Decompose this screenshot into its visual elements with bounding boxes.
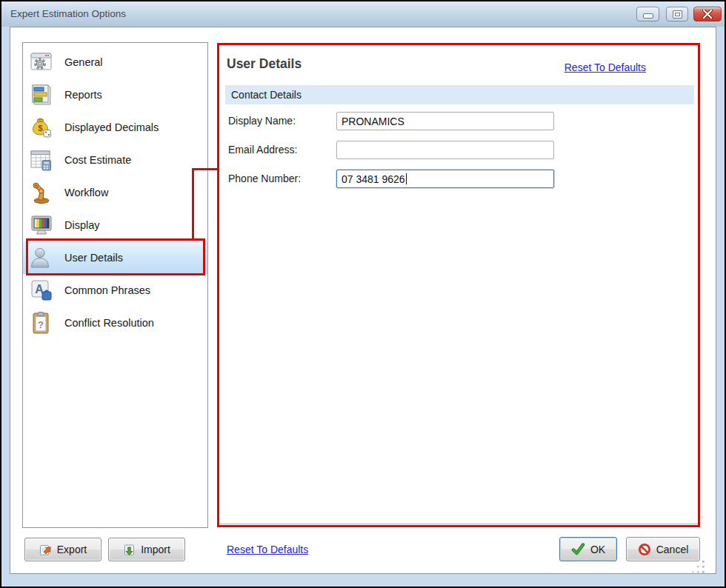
no-entry-icon: [638, 543, 651, 556]
sidebar-item-common-phrases[interactable]: A Common Phrases: [23, 274, 207, 307]
phone-number-input[interactable]: 07 3481 9626: [336, 170, 554, 188]
reset-to-defaults-link-top[interactable]: Reset To Defaults: [565, 61, 646, 73]
maximize-button[interactable]: [666, 7, 688, 21]
sidebar-item-cost-estimate[interactable]: Cost Estimate: [23, 144, 207, 176]
sidebar-item-workflow[interactable]: Workflow: [23, 176, 207, 209]
clipboard-question-icon: ?: [29, 310, 54, 335]
export-icon: [39, 544, 52, 556]
cancel-button-label: Cancel: [656, 544, 689, 555]
minimize-icon: [643, 13, 653, 19]
sidebar-item-label: General: [64, 56, 103, 68]
sidebar-item-conflict-resolution[interactable]: ? Conflict Resolution: [23, 307, 207, 339]
sidebar-item-displayed-decimals[interactable]: $ Displayed Decimals: [23, 111, 207, 144]
sidebar-item-label: Reports: [64, 89, 102, 101]
cancel-button[interactable]: Cancel: [626, 537, 700, 561]
monitor-icon: [29, 213, 54, 238]
svg-text:$: $: [38, 124, 42, 133]
dialog-window: Expert Estimation Options: [1, 1, 725, 587]
display-name-label: Display Name:: [228, 112, 296, 130]
contact-details-section-header: Contact Details: [225, 85, 694, 104]
check-icon: [571, 543, 585, 555]
reset-to-defaults-link-bottom[interactable]: Reset To Defaults: [227, 544, 308, 555]
svg-text:?: ?: [38, 319, 44, 330]
titlebar[interactable]: Expert Estimation Options: [1, 1, 725, 27]
money-bag-icon: $: [29, 115, 54, 140]
import-icon: [123, 544, 136, 556]
sidebar-item-label: Common Phrases: [64, 284, 150, 296]
sidebar-item-label: Displayed Decimals: [64, 121, 159, 133]
sidebar-item-display[interactable]: Display: [23, 209, 207, 241]
gear-window-icon: [29, 50, 54, 75]
robot-arm-icon: [29, 180, 54, 205]
display-name-input[interactable]: PRONAMICS: [336, 112, 554, 130]
user-details-panel: User Details Reset To Defaults Contact D…: [219, 44, 699, 524]
display-name-value: PRONAMICS: [342, 113, 404, 130]
minimize-button[interactable]: [636, 7, 659, 21]
sidebar-item-label: User Details: [64, 252, 123, 264]
close-icon: [702, 10, 713, 19]
import-button-label: Import: [141, 544, 170, 555]
phone-number-label: Phone Number:: [228, 170, 301, 188]
ok-button-label: OK: [590, 544, 605, 555]
export-button[interactable]: Export: [24, 538, 101, 561]
page-title: User Details: [227, 56, 302, 72]
close-button[interactable]: [693, 7, 722, 21]
resize-grip[interactable]: [690, 560, 707, 575]
spreadsheet-calculator-icon: [29, 147, 54, 173]
import-button[interactable]: Import: [108, 538, 185, 561]
bar-chart-icon: [29, 82, 54, 107]
export-button-label: Export: [57, 544, 87, 555]
person-icon: [29, 245, 54, 270]
sidebar-item-label: Conflict Resolution: [64, 317, 154, 329]
sidebar-item-user-details[interactable]: User Details: [23, 241, 207, 274]
letter-a-puzzle-icon: A: [29, 278, 54, 303]
window-title: Expert Estimation Options: [10, 8, 126, 19]
phone-number-value: 07 3481 9626: [342, 171, 405, 187]
options-category-list: General Reports $: [22, 42, 208, 528]
text-caret: [406, 173, 407, 184]
sidebar-item-label: Workflow: [64, 187, 108, 198]
email-address-input[interactable]: [336, 141, 554, 159]
email-address-label: Email Address:: [228, 141, 297, 159]
restore-icon: [673, 10, 682, 19]
ok-button[interactable]: OK: [559, 537, 617, 561]
sidebar-item-label: Display: [64, 219, 100, 231]
sidebar-item-reports[interactable]: Reports: [23, 78, 207, 111]
sidebar-item-general[interactable]: General: [23, 46, 207, 78]
sidebar-item-label: Cost Estimate: [64, 154, 131, 166]
